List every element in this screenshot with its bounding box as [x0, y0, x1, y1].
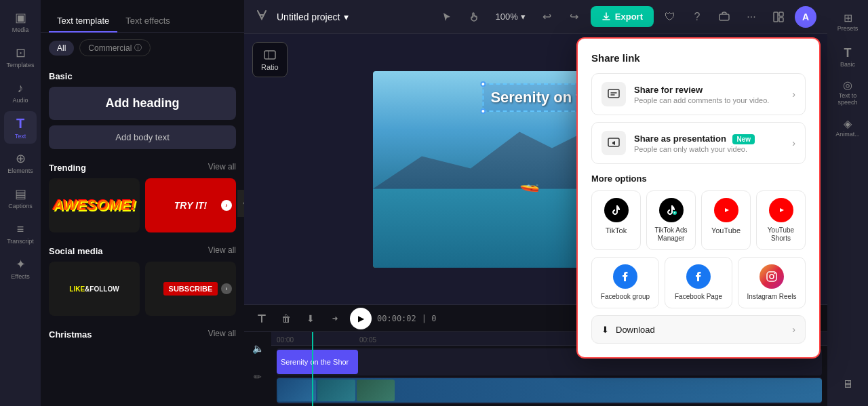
- social-grid-row1: TikTok TikTok Ads Manager YouTube YouTub…: [591, 190, 806, 250]
- text-clip[interactable]: Serenity on the Shor: [277, 350, 358, 374]
- filter-commercial-button[interactable]: Commercial ⓘ: [79, 39, 151, 56]
- ratio-button[interactable]: Ratio: [252, 42, 288, 77]
- text-label: Text: [15, 133, 26, 140]
- track-edit-button[interactable]: ✏: [247, 363, 269, 390]
- track-controls: 🔈 ✏: [244, 332, 271, 406]
- tiktok-ads-label: TikTok Ads Manager: [651, 226, 691, 243]
- social-tiktok-ads[interactable]: TikTok Ads Manager: [646, 190, 696, 250]
- avatar[interactable]: A: [795, 6, 816, 28]
- trending-view-all[interactable]: View all: [208, 162, 236, 171]
- download-option[interactable]: ⬇ Download ›: [591, 315, 806, 344]
- undo-button[interactable]: ↩: [536, 6, 558, 28]
- timeline-delete-button[interactable]: 🗑: [277, 309, 296, 328]
- sidebar-item-elements[interactable]: ⊕ Elements: [4, 146, 37, 179]
- more-options-title: More options: [591, 174, 806, 184]
- share-as-presentation-option[interactable]: Share as presentation New People can onl…: [591, 122, 806, 164]
- social-grid-row2: Facebook group Facebook Page Instagram R…: [591, 257, 806, 308]
- share-review-icon: [601, 82, 626, 106]
- video-clip[interactable]: [277, 378, 822, 403]
- handle-bl[interactable]: [480, 108, 486, 114]
- project-name[interactable]: Untitled project ▾: [277, 12, 349, 22]
- track-volume-button[interactable]: 🔈: [247, 335, 269, 362]
- sidebar-item-templates[interactable]: ⊡ Templates: [4, 41, 37, 73]
- captions-icon: ▤: [15, 186, 26, 201]
- share-for-review-option[interactable]: Share for review People can add comments…: [591, 73, 806, 115]
- facebook-page-icon: [686, 264, 711, 289]
- sidebar-item-effects[interactable]: ✦ Effects: [4, 252, 37, 285]
- shield-icon[interactable]: 🛡: [659, 6, 681, 28]
- video-track: [277, 377, 822, 404]
- text-overlay: Serenity on t: [490, 89, 580, 106]
- svg-rect-4: [264, 51, 275, 59]
- ruler-mark-5: 00:05: [359, 336, 376, 344]
- template-like-follow[interactable]: LIKE &FOLLOW: [49, 262, 140, 316]
- right-panel-animate[interactable]: ◈ Animat...: [831, 111, 864, 144]
- template-subscribe[interactable]: SUBSCRIBE ›: [145, 262, 236, 316]
- basic-label: Basic: [840, 62, 855, 68]
- redo-button[interactable]: ↪: [564, 6, 585, 28]
- chevron-right-icon: ›: [792, 324, 795, 335]
- tab-text-template[interactable]: Text template: [49, 10, 117, 33]
- video-thumbnail: [357, 380, 395, 401]
- layout-toggle-button[interactable]: [768, 6, 789, 28]
- social-youtube[interactable]: YouTube: [701, 190, 751, 250]
- text-overlay-container[interactable]: Serenity on t ↻: [482, 83, 589, 112]
- svg-rect-3: [779, 18, 783, 22]
- tab-text-effects[interactable]: Text effects: [117, 10, 178, 33]
- social-media-view-all[interactable]: View all: [208, 245, 236, 255]
- template-tryit[interactable]: TRY IT! ›: [145, 178, 236, 232]
- trending-section-title: Trending: [49, 163, 86, 173]
- social-facebook-page[interactable]: Facebook Page: [665, 257, 732, 308]
- christmas-view-all[interactable]: View all: [208, 329, 236, 338]
- chevron-right-icon: ›: [792, 89, 795, 100]
- right-panel-monitor[interactable]: 🖥: [831, 368, 864, 401]
- add-heading-button[interactable]: Add heading: [49, 87, 236, 120]
- elements-label: Elements: [7, 167, 33, 174]
- social-facebook-group[interactable]: Facebook group: [591, 257, 659, 308]
- right-panel-basic[interactable]: T Basic: [831, 41, 864, 73]
- export-button[interactable]: Export: [591, 6, 654, 27]
- social-tiktok[interactable]: TikTok: [591, 190, 641, 250]
- boat-element: 🚤: [519, 174, 540, 192]
- christmas-section-title: Christmas: [49, 329, 92, 340]
- youtube-icon: [714, 198, 738, 222]
- sidebar-item-text[interactable]: T Text: [4, 111, 37, 144]
- toolbar-tools: 100% ▾ ↩ ↪ Export 🛡 ? ··· A: [436, 6, 816, 28]
- sidebar-item-transcript[interactable]: ≡ Transcript: [4, 217, 37, 249]
- time-separator: | 0: [422, 314, 437, 323]
- social-youtube-shorts[interactable]: YouTube Shorts: [756, 190, 806, 250]
- chevron-down-icon: ▾: [344, 12, 349, 22]
- hand-tool-button[interactable]: [463, 6, 485, 28]
- template-awesome[interactable]: AWESOME!: [49, 178, 140, 232]
- right-panel-presets[interactable]: ⊞ Presets: [831, 5, 864, 38]
- share-presentation-desc: People can only watch your video.: [634, 145, 755, 153]
- sidebar-item-audio[interactable]: ♪ Audio: [4, 76, 37, 108]
- presets-label: Presets: [837, 26, 859, 33]
- text-icon: T: [16, 116, 24, 131]
- timeline-playhead[interactable]: [312, 332, 313, 406]
- social-instagram-reels[interactable]: Instagram Reels: [738, 257, 806, 308]
- animate-icon: ◈: [844, 117, 852, 130]
- share-icon[interactable]: [713, 6, 735, 28]
- play-button[interactable]: ▶: [350, 308, 372, 329]
- video-thumbnail: [278, 380, 316, 401]
- timeline-download-button[interactable]: ⬇: [301, 309, 320, 328]
- share-review-title: Share for review: [634, 85, 769, 95]
- zoom-control[interactable]: 100% ▾: [490, 9, 531, 24]
- timeline-text-tool[interactable]: [252, 309, 271, 328]
- panel-collapse-arrow[interactable]: ‹: [237, 190, 244, 217]
- handle-tl[interactable]: [480, 81, 486, 87]
- more-options-button[interactable]: ···: [741, 6, 762, 28]
- svg-rect-1: [774, 12, 778, 22]
- help-icon[interactable]: ?: [686, 6, 708, 28]
- cursor-tool-button[interactable]: [436, 6, 458, 28]
- add-body-button[interactable]: Add body text: [49, 125, 236, 149]
- filter-all-button[interactable]: All: [49, 41, 74, 56]
- sidebar-item-media[interactable]: ▣ Media: [4, 5, 37, 38]
- panel-content: Basic Add heading Add body text Trending…: [41, 63, 244, 406]
- right-panel-text-to-speech[interactable]: ◎ Text to speech: [831, 76, 864, 108]
- effects-icon: ✦: [16, 257, 26, 272]
- timeline-more-button[interactable]: [326, 309, 344, 328]
- svg-point-15: [774, 273, 776, 275]
- sidebar-item-captions[interactable]: ▤ Captions: [4, 182, 37, 214]
